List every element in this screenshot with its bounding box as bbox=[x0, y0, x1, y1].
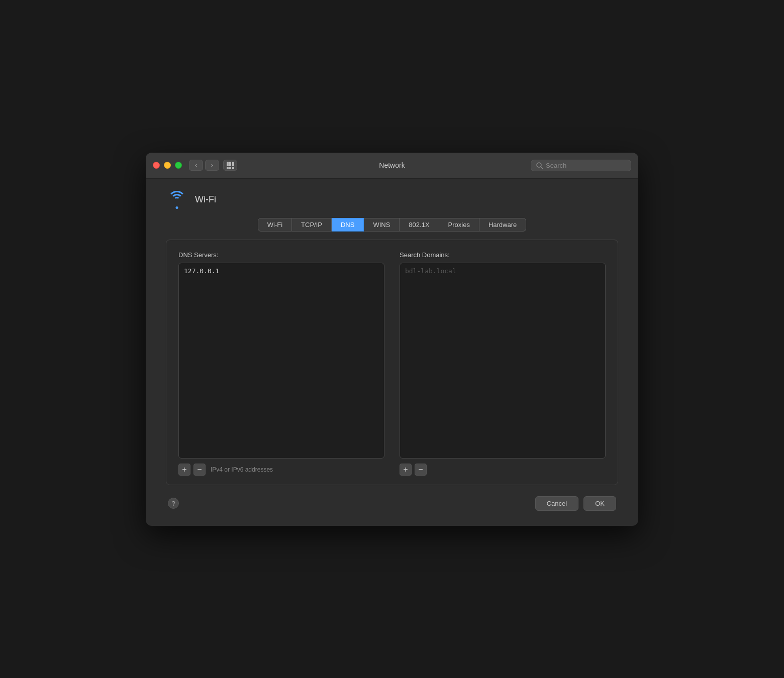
grid-button[interactable] bbox=[223, 160, 237, 171]
dns-remove-button[interactable]: − bbox=[193, 464, 206, 476]
tab-hardware[interactable]: Hardware bbox=[479, 218, 526, 232]
dns-add-button[interactable]: + bbox=[178, 464, 190, 476]
titlebar: ‹ › Network bbox=[146, 153, 638, 179]
help-button[interactable]: ? bbox=[168, 498, 179, 509]
wifi-dot bbox=[176, 206, 178, 209]
tab-wifi[interactable]: Wi-Fi bbox=[258, 218, 292, 232]
panel-columns: DNS Servers: 127.0.0.1 + − IPv4 or IPv6 … bbox=[178, 251, 606, 476]
search-icon bbox=[536, 162, 543, 169]
search-domains-controls: + − bbox=[400, 464, 606, 476]
forward-button[interactable]: › bbox=[205, 160, 219, 171]
tab-proxies[interactable]: Proxies bbox=[439, 218, 479, 232]
footer: ? Cancel OK bbox=[166, 496, 618, 511]
dns-hint: IPv4 or IPv6 addresses bbox=[211, 466, 273, 473]
traffic-lights bbox=[153, 162, 182, 169]
close-button[interactable] bbox=[153, 162, 160, 169]
tab-dns[interactable]: DNS bbox=[332, 218, 364, 232]
search-bar[interactable] bbox=[531, 160, 631, 171]
svg-line-1 bbox=[541, 167, 543, 169]
dns-panel: DNS Servers: 127.0.0.1 + − IPv4 or IPv6 … bbox=[166, 240, 618, 485]
search-domains-placeholder: bdl-lab.local bbox=[405, 267, 456, 275]
tab-tcpip[interactable]: TCP/IP bbox=[292, 218, 332, 232]
search-domains-list[interactable]: bdl-lab.local bbox=[400, 263, 606, 459]
network-window: ‹ › Network bbox=[146, 153, 638, 526]
back-icon: ‹ bbox=[195, 162, 197, 169]
search-domains-label: Search Domains: bbox=[400, 251, 606, 259]
content-area: Wi-Fi Wi-Fi TCP/IP DNS WINS 802.1X Proxi… bbox=[146, 179, 638, 526]
tab-wins[interactable]: WINS bbox=[364, 218, 400, 232]
window-title: Network bbox=[379, 161, 405, 169]
footer-buttons: Cancel OK bbox=[535, 496, 616, 511]
minimize-button[interactable] bbox=[164, 162, 171, 169]
search-domains-column: Search Domains: bdl-lab.local + − bbox=[400, 251, 606, 476]
dns-server-entry: 127.0.0.1 bbox=[184, 267, 219, 275]
forward-icon: › bbox=[211, 162, 213, 169]
back-button[interactable]: ‹ bbox=[189, 160, 203, 171]
domains-add-button[interactable]: + bbox=[400, 464, 412, 476]
cancel-button[interactable]: Cancel bbox=[535, 496, 578, 511]
nav-buttons: ‹ › bbox=[189, 160, 237, 171]
tab-bar: Wi-Fi TCP/IP DNS WINS 802.1X Proxies Har… bbox=[166, 218, 618, 232]
dns-servers-list[interactable]: 127.0.0.1 bbox=[178, 263, 384, 459]
domains-remove-button[interactable]: − bbox=[415, 464, 427, 476]
dns-servers-controls: + − IPv4 or IPv6 addresses bbox=[178, 464, 384, 476]
wifi-header: Wi-Fi bbox=[166, 191, 618, 209]
ok-button[interactable]: OK bbox=[583, 496, 616, 511]
maximize-button[interactable] bbox=[175, 162, 182, 169]
wifi-arc-small bbox=[174, 197, 180, 203]
wifi-label: Wi-Fi bbox=[195, 194, 216, 205]
tab-8021x[interactable]: 802.1X bbox=[400, 218, 439, 232]
search-input[interactable] bbox=[546, 162, 626, 169]
dns-servers-label: DNS Servers: bbox=[178, 251, 384, 259]
dns-servers-column: DNS Servers: 127.0.0.1 + − IPv4 or IPv6 … bbox=[178, 251, 384, 476]
grid-icon bbox=[227, 162, 234, 169]
wifi-icon bbox=[166, 191, 188, 209]
